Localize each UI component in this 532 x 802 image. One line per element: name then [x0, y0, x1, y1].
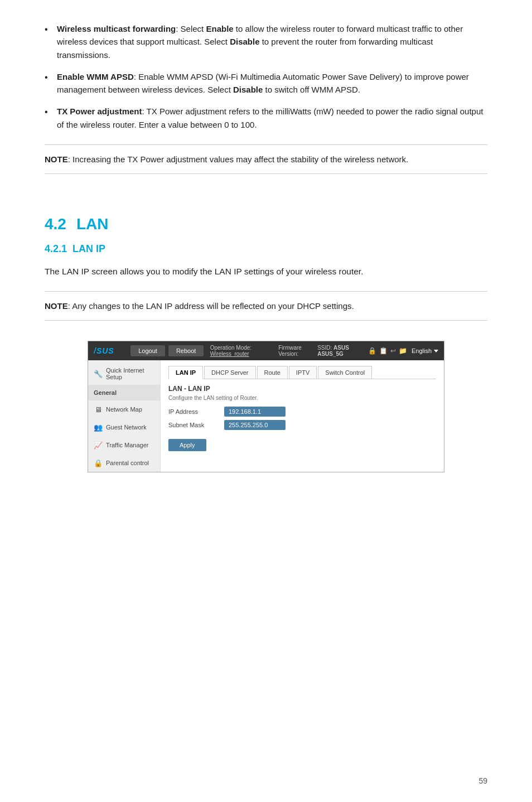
- op-mode-value: Wireless_router: [210, 351, 249, 357]
- folder-icon: 📁: [399, 347, 407, 355]
- sidebar-label-quick-internet: Quick Internet Setup: [106, 367, 154, 380]
- sidebar-item-parental-control[interactable]: 🔒 Parental control: [88, 454, 160, 472]
- bullet-text-3: TX Power adjustment: TX Power adjustment…: [57, 105, 487, 131]
- op-mode-label: Operation Mode: Wireless_router: [210, 345, 273, 357]
- sidebar-item-network-map[interactable]: 🖥 Network Map: [88, 400, 160, 418]
- sidebar-general-label: General: [88, 385, 160, 400]
- bullet-term-3: TX Power adjustment: [57, 107, 142, 116]
- tab-lan-ip[interactable]: LAN IP: [168, 366, 203, 379]
- lan-section-title: LAN - LAN IP: [168, 385, 436, 393]
- apply-button[interactable]: Apply: [168, 439, 206, 451]
- bullet-dot-1: •: [45, 22, 57, 61]
- router-header-buttons: Logout Reboot: [129, 345, 206, 356]
- traffic-manager-icon: 📈: [94, 441, 103, 450]
- router-sidebar: 🔧 Quick Internet Setup General 🖥 Network…: [88, 360, 161, 472]
- bullet-disable-2: Disable: [233, 85, 263, 94]
- bullet-disable-1: Disable: [230, 37, 259, 46]
- note-text-1: : Increasing the TX Power adjustment val…: [68, 154, 409, 164]
- bullet-item-1: • Wireless multicast forwarding: Select …: [45, 22, 487, 61]
- bullet-text-2: Enable WMM APSD: Enable WMM APSD (Wi-Fi …: [57, 70, 487, 96]
- quick-setup-icon: 🔧: [94, 369, 103, 378]
- router-main-content: LAN IP DHCP Server Route IPTV Switch Con…: [161, 360, 444, 472]
- sidebar-item-traffic-manager[interactable]: 📈 Traffic Manager: [88, 436, 160, 454]
- bullet-text-1: Wireless multicast forwarding: Select En…: [57, 22, 487, 61]
- ssid-label: SSID: ASUS ASUS_5G: [317, 345, 361, 357]
- lan-tabs: LAN IP DHCP Server Route IPTV Switch Con…: [168, 366, 436, 379]
- section-number: 4.2: [45, 215, 66, 233]
- bullet-item-3: • TX Power adjustment: TX Power adjustme…: [45, 105, 487, 131]
- subsection-title: LAN IP: [72, 243, 105, 254]
- note-label-1: NOTE: [45, 154, 68, 164]
- ip-address-label: IP Address: [168, 408, 224, 415]
- bullet-enable-1: Enable: [206, 24, 233, 33]
- sidebar-label-parental-control: Parental control: [106, 460, 149, 466]
- parental-control-icon: 🔒: [94, 458, 103, 467]
- bullet-dot-3: •: [45, 105, 57, 131]
- subsection-number: 4.2.1: [45, 243, 67, 254]
- section-heading: 4.2LAN: [45, 215, 487, 233]
- ip-address-row: IP Address: [168, 407, 436, 417]
- logout-button[interactable]: Logout: [130, 345, 165, 356]
- network-map-icon: 🖥: [94, 405, 103, 414]
- router-ui-screenshot: /SUS Logout Reboot Operation Mode: Wirel…: [88, 341, 444, 472]
- language-dropdown-arrow: [434, 350, 438, 352]
- ip-address-input[interactable]: [224, 407, 286, 417]
- bullet-term-2: Enable WMM APSD: [57, 72, 134, 81]
- language-label: English: [412, 347, 432, 354]
- firmware-label: Firmware Version:: [278, 345, 312, 357]
- guest-network-icon: 👥: [94, 423, 103, 432]
- router-op-info: Operation Mode: Wireless_router Firmware…: [210, 345, 364, 357]
- subnet-mask-row: Subnet Mask: [168, 420, 436, 430]
- lan-subtitle: Configure the LAN setting of Router.: [168, 395, 436, 401]
- note-text-2: : Any changes to the LAN IP address will…: [68, 301, 354, 311]
- lock-icon: 🔒: [368, 347, 376, 355]
- subnet-mask-input[interactable]: [224, 420, 286, 430]
- bullet-list: • Wireless multicast forwarding: Select …: [45, 22, 487, 131]
- tab-route[interactable]: Route: [257, 366, 288, 379]
- bullet-item-2: • Enable WMM APSD: Enable WMM APSD (Wi-F…: [45, 70, 487, 96]
- router-logo: /SUS: [94, 346, 124, 355]
- section-title: LAN: [76, 215, 109, 233]
- tab-switch-control[interactable]: Switch Control: [318, 366, 372, 379]
- router-header: /SUS Logout Reboot Operation Mode: Wirel…: [88, 341, 444, 360]
- sidebar-label-guest-network: Guest Network: [106, 424, 147, 431]
- sidebar-label-network-map: Network Map: [106, 406, 142, 413]
- body-text: The LAN IP screen allows you to modify t…: [45, 265, 487, 279]
- return-icon: ↩: [390, 347, 396, 355]
- router-header-icons: 🔒 📋 ↩ 📁: [368, 347, 407, 355]
- page-number: 59: [478, 776, 487, 785]
- sidebar-label-traffic-manager: Traffic Manager: [106, 442, 148, 448]
- tab-dhcp-server[interactable]: DHCP Server: [204, 366, 255, 379]
- bullet-dot-2: •: [45, 70, 57, 96]
- tab-iptv[interactable]: IPTV: [289, 366, 317, 379]
- reboot-button[interactable]: Reboot: [168, 345, 204, 356]
- bullet-term-1: Wireless multicast forwarding: [57, 24, 176, 33]
- subsection-heading: 4.2.1 LAN IP: [45, 243, 487, 255]
- router-language[interactable]: English: [412, 347, 438, 354]
- note-box-2: NOTE: Any changes to the LAN IP address …: [45, 291, 487, 321]
- sidebar-item-quick-internet-setup[interactable]: 🔧 Quick Internet Setup: [88, 363, 160, 385]
- note-box-1: NOTE: Increasing the TX Power adjustment…: [45, 144, 487, 174]
- subnet-mask-label: Subnet Mask: [168, 422, 224, 428]
- sidebar-item-guest-network[interactable]: 👥 Guest Network: [88, 418, 160, 436]
- router-body: 🔧 Quick Internet Setup General 🖥 Network…: [88, 360, 444, 472]
- clipboard-icon: 📋: [379, 347, 388, 355]
- note-label-2: NOTE: [45, 301, 68, 311]
